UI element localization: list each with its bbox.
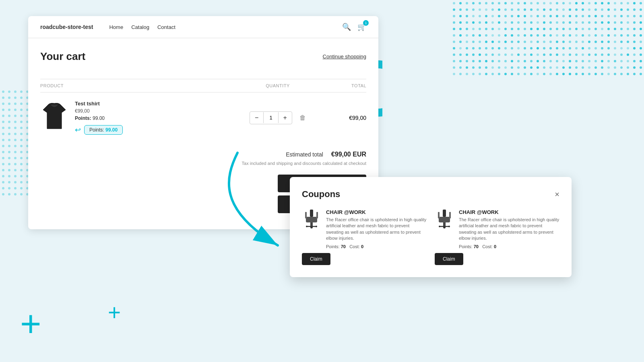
svg-point-385 [8, 115, 10, 117]
svg-point-154 [614, 34, 616, 37]
coupon-meta: Points: 70 Cost: 0 [326, 244, 427, 249]
svg-point-189 [582, 41, 584, 43]
svg-point-351 [504, 73, 507, 75]
svg-point-137 [530, 28, 533, 30]
coupon-card: CHAIR @WORK The Racer office chair is up… [435, 209, 559, 265]
svg-point-327 [466, 66, 468, 69]
svg-point-341 [569, 73, 571, 75]
cart-icon[interactable]: 🛒 1 [357, 23, 366, 31]
svg-point-33 [620, 8, 623, 11]
svg-point-195 [543, 41, 545, 43]
svg-point-310 [575, 66, 578, 69]
svg-point-93 [620, 21, 623, 24]
svg-point-54 [485, 8, 487, 11]
svg-point-462 [2, 193, 4, 195]
svg-point-300 [640, 66, 642, 69]
coupon-info: CHAIR @WORK The Racer office chair is up… [326, 209, 427, 249]
svg-point-30 [640, 8, 642, 11]
svg-point-73 [556, 15, 558, 17]
modal-title: Coupons [302, 189, 340, 200]
svg-point-74 [549, 15, 552, 17]
svg-point-108 [524, 21, 526, 24]
svg-point-344 [549, 73, 552, 75]
svg-point-399 [20, 127, 23, 129]
modal-close-button[interactable]: × [555, 190, 559, 199]
continue-shopping-link[interactable]: Continue shopping [323, 53, 366, 60]
svg-point-101 [569, 21, 571, 24]
svg-point-95 [607, 21, 610, 24]
svg-point-316 [537, 66, 539, 69]
svg-point-203 [491, 41, 494, 43]
svg-point-270 [640, 60, 642, 62]
svg-point-333 [620, 73, 623, 75]
svg-point-173 [491, 34, 494, 37]
svg-point-11 [569, 2, 571, 4]
svg-point-22 [498, 2, 500, 4]
svg-point-222 [562, 47, 565, 49]
product-col: Test tshirt €99,00 Points: 99.00 ↩ Point… [40, 101, 237, 135]
coupon-name: CHAIR @WORK [459, 209, 559, 215]
svg-point-256 [537, 53, 539, 56]
svg-point-317 [530, 66, 533, 69]
svg-point-219 [582, 47, 584, 49]
svg-point-230 [511, 47, 513, 49]
svg-point-7 [594, 2, 597, 4]
svg-point-39 [582, 8, 584, 11]
nav-catalog[interactable]: Catalog [131, 24, 149, 30]
svg-point-456 [2, 187, 4, 189]
svg-point-274 [614, 60, 616, 62]
svg-point-9 [582, 2, 584, 4]
svg-point-273 [620, 60, 623, 62]
search-icon[interactable]: 🔍 [342, 23, 351, 31]
coupon-card-inner: CHAIR @WORK The Racer office chair is up… [302, 209, 427, 249]
svg-rect-471 [310, 222, 313, 226]
svg-point-328 [459, 66, 462, 69]
svg-point-464 [14, 193, 17, 195]
svg-point-49 [517, 8, 520, 11]
svg-point-452 [14, 181, 17, 183]
svg-point-88 [459, 15, 462, 17]
svg-point-19 [517, 2, 520, 4]
svg-point-308 [588, 66, 590, 69]
svg-point-43 [556, 8, 558, 11]
svg-point-130 [575, 28, 578, 30]
svg-point-217 [594, 47, 597, 49]
svg-point-279 [582, 60, 584, 62]
svg-point-216 [601, 47, 603, 49]
svg-point-332 [627, 73, 629, 75]
svg-point-208 [459, 41, 462, 43]
nav-home[interactable]: Home [109, 24, 123, 30]
svg-point-165 [543, 34, 545, 37]
claim-button-2[interactable]: Claim [435, 253, 463, 265]
svg-point-337 [594, 73, 597, 75]
svg-point-121 [633, 28, 636, 30]
svg-point-450 [2, 181, 4, 183]
svg-point-92 [627, 21, 629, 24]
svg-point-197 [530, 41, 533, 43]
svg-point-251 [569, 53, 571, 56]
qty-increase-button[interactable]: + [279, 112, 292, 124]
delete-item-button[interactable]: 🗑 [299, 114, 306, 121]
svg-point-352 [498, 73, 500, 75]
svg-point-6 [601, 2, 603, 4]
svg-point-304 [614, 66, 616, 69]
svg-point-384 [2, 115, 4, 117]
svg-point-21 [504, 2, 507, 4]
svg-point-354 [485, 73, 487, 75]
nav-contact[interactable]: Contact [157, 24, 175, 30]
svg-point-291 [504, 60, 507, 62]
svg-point-105 [543, 21, 545, 24]
qty-decrease-button[interactable]: − [250, 112, 263, 124]
svg-point-463 [8, 193, 10, 195]
svg-rect-477 [316, 212, 318, 218]
svg-point-421 [8, 151, 10, 153]
svg-point-235 [479, 47, 481, 49]
claim-button-1[interactable]: Claim [302, 253, 330, 265]
svg-point-247 [594, 53, 597, 56]
svg-point-296 [472, 60, 475, 62]
coupon-desc: The Racer office chair is upholstered in… [459, 217, 559, 242]
svg-point-90 [640, 21, 642, 24]
svg-point-242 [627, 53, 629, 56]
svg-point-253 [556, 53, 558, 56]
svg-point-244 [614, 53, 616, 56]
